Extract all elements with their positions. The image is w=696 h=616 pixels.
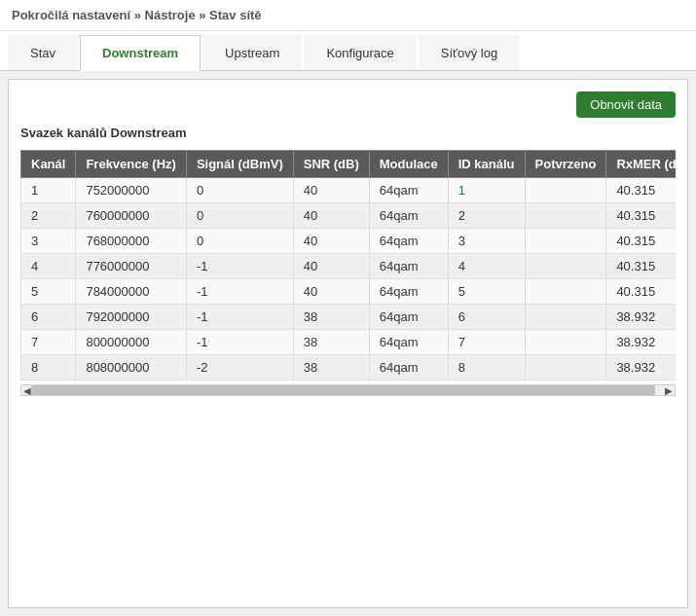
table-row: 4776000000-14064qam440.315 [21,254,677,279]
cell-rxmer: 40.315 [606,254,676,279]
downstream-table: Kanál Frekvence (Hz) Signál (dBmV) SNR (… [20,150,676,380]
col-id-kanalu: ID kanálu [448,151,525,178]
cell-frekvence: 800000000 [76,330,186,355]
cell-snr: 40 [293,229,369,254]
col-potvrzeno: Potvrzeno [525,151,606,178]
cell-signal: -1 [186,305,293,330]
cell-rxmer: 40.315 [606,203,676,229]
breadcrumb-part1: Pokročilá nastavení [12,8,130,22]
tab-sitovy-log[interactable]: Síťový log [419,35,520,70]
cell-potvrzeno [525,178,606,203]
cell-kanal: 4 [21,254,76,279]
scroll-right-icon[interactable]: ▶ [663,385,675,396]
col-signal: Signál (dBmV) [186,151,293,178]
cell-kanal: 8 [21,355,76,380]
table-row: 7800000000-13864qam738.932 [21,330,677,355]
cell-rxmer: 38.932 [606,330,676,355]
table-row: 8808000000-23864qam838.932 [21,355,677,380]
cell-signal: -1 [186,330,293,355]
cell-signal: 0 [186,178,293,203]
cell-snr: 40 [293,279,369,305]
refresh-button[interactable]: Obnovit data [576,91,676,118]
cell-signal: 0 [186,229,293,254]
cell-potvrzeno [525,279,606,305]
cell-signal: -1 [186,254,293,279]
tab-downstream[interactable]: Downstream [80,35,201,71]
cell-modulace: 64qam [369,279,448,305]
cell-snr: 38 [293,355,369,380]
breadcrumb-part2: Nástroje [145,8,196,22]
table-row: 276000000004064qam240.315 [21,203,677,229]
cell-potvrzeno [525,254,606,279]
breadcrumb-sep1: » [134,8,145,22]
section-title: Svazek kanálů Downstream [20,126,676,140]
cell-potvrzeno [525,305,606,330]
cell-snr: 40 [293,203,369,229]
horizontal-scrollbar[interactable]: ◀ ▶ [20,384,676,396]
cell-potvrzeno [525,229,606,254]
cell-rxmer: 40.315 [606,279,676,305]
tab-stav[interactable]: Stav [8,35,78,70]
scrollbar-thumb[interactable] [31,385,655,395]
cell-signal: -2 [186,355,293,380]
cell-potvrzeno [525,203,606,229]
cell-kanal: 1 [21,178,76,203]
col-frekvence: Frekvence (Hz) [76,151,186,178]
cell-kanal: 2 [21,203,76,229]
cell-kanal: 7 [21,330,76,355]
cell-snr: 38 [293,330,369,355]
col-modulace: Modulace [369,151,448,178]
cell-kanal: 3 [21,229,76,254]
cell-id-kanalu: 4 [448,254,525,279]
cell-modulace: 64qam [369,254,448,279]
col-rxmer: RxMER (dB) [606,151,676,178]
cell-id-kanalu: 3 [448,229,525,254]
cell-frekvence: 776000000 [76,254,186,279]
cell-potvrzeno [525,330,606,355]
breadcrumb-sep2: » [199,8,209,22]
cell-modulace: 64qam [369,203,448,229]
cell-frekvence: 792000000 [76,305,186,330]
table-header-row: Kanál Frekvence (Hz) Signál (dBmV) SNR (… [21,151,677,178]
cell-id-kanalu: 5 [448,279,525,305]
cell-id-kanalu: 2 [448,203,525,229]
cell-frekvence: 760000000 [76,203,186,229]
cell-modulace: 64qam [369,330,448,355]
cell-frekvence: 768000000 [76,229,186,254]
table-row: 5784000000-14064qam540.315 [21,279,677,305]
content-area: Obnovit data Svazek kanálů Downstream Ka… [8,79,688,608]
top-bar: Obnovit data [20,91,676,118]
cell-rxmer: 40.315 [606,178,676,203]
cell-signal: -1 [186,279,293,305]
cell-snr: 40 [293,178,369,203]
cell-frekvence: 784000000 [76,279,186,305]
cell-rxmer: 38.932 [606,355,676,380]
cell-rxmer: 38.932 [606,305,676,330]
cell-rxmer: 40.315 [606,229,676,254]
tab-konfigurace[interactable]: Konfigurace [304,35,416,70]
cell-modulace: 64qam [369,305,448,330]
cell-kanal: 5 [21,279,76,305]
cell-kanal: 6 [21,305,76,330]
table-row: 376800000004064qam340.315 [21,229,677,254]
col-kanal: Kanál [21,151,76,178]
cell-signal: 0 [186,203,293,229]
cell-modulace: 64qam [369,355,448,380]
col-snr: SNR (dB) [293,151,369,178]
cell-snr: 38 [293,305,369,330]
cell-snr: 40 [293,254,369,279]
tab-upstream[interactable]: Upstream [202,35,302,70]
cell-modulace: 64qam [369,229,448,254]
cell-modulace: 64qam [369,178,448,203]
table-wrapper: Kanál Frekvence (Hz) Signál (dBmV) SNR (… [20,150,676,380]
cell-frekvence: 752000000 [76,178,186,203]
cell-id-kanalu: 6 [448,305,525,330]
table-body: 175200000004064qam140.315276000000004064… [21,178,677,380]
table-row: 175200000004064qam140.315 [21,178,677,203]
tab-bar: Stav Downstream Upstream Konfigurace Síť… [0,31,696,71]
cell-potvrzeno [525,355,606,380]
cell-id-kanalu[interactable]: 1 [448,178,525,203]
breadcrumb: Pokročilá nastavení » Nástroje » Stav sí… [0,0,696,31]
cell-frekvence: 808000000 [76,355,186,380]
cell-id-kanalu: 7 [448,330,525,355]
